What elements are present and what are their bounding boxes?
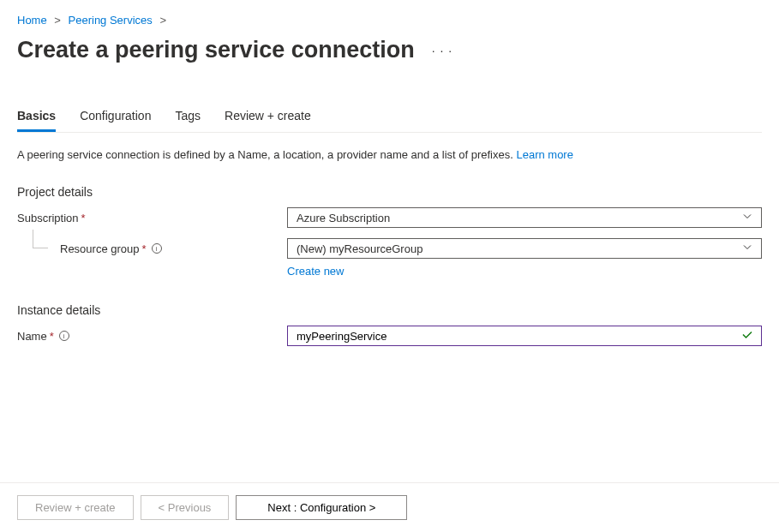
check-icon bbox=[741, 329, 753, 344]
create-new-row: Create new bbox=[287, 265, 762, 278]
tab-tags[interactable]: Tags bbox=[175, 102, 201, 132]
create-new-link[interactable]: Create new bbox=[287, 265, 344, 278]
info-icon[interactable]: i bbox=[59, 331, 69, 341]
breadcrumb-home[interactable]: Home bbox=[17, 14, 47, 27]
required-indicator: * bbox=[142, 242, 147, 255]
page-title: Create a peering service connection bbox=[17, 37, 415, 63]
resource-group-select[interactable]: (New) myResourceGroup bbox=[287, 238, 762, 259]
row-name: Name * i bbox=[17, 326, 762, 346]
required-indicator: * bbox=[81, 212, 86, 224]
chevron-right-icon: > bbox=[159, 14, 166, 27]
learn-more-link[interactable]: Learn more bbox=[516, 148, 572, 161]
label-subscription-text: Subscription bbox=[17, 212, 79, 224]
title-row: Create a peering service connection · · … bbox=[17, 37, 762, 63]
label-subscription: Subscription * bbox=[17, 212, 287, 224]
tabs: Basics Configuration Tags Review + creat… bbox=[17, 102, 762, 133]
tab-review[interactable]: Review + create bbox=[225, 102, 311, 132]
label-name-text: Name bbox=[17, 330, 47, 343]
required-indicator: * bbox=[50, 330, 54, 343]
name-input[interactable] bbox=[287, 326, 762, 346]
resource-group-value: (New) myResourceGroup bbox=[297, 242, 422, 255]
row-subscription: Subscription * Azure Subscription bbox=[17, 207, 762, 228]
description-text: A peering service connection is defined … bbox=[17, 148, 516, 161]
label-name: Name * i bbox=[17, 330, 287, 343]
tab-configuration[interactable]: Configuration bbox=[80, 102, 151, 132]
description: A peering service connection is defined … bbox=[17, 148, 762, 161]
subscription-value: Azure Subscription bbox=[297, 212, 390, 224]
chevron-down-icon bbox=[742, 212, 752, 224]
chevron-down-icon bbox=[742, 242, 752, 255]
section-project-details: Project details bbox=[17, 185, 762, 199]
info-icon[interactable]: i bbox=[152, 243, 162, 254]
breadcrumb: Home > Peering Services > bbox=[17, 14, 762, 27]
row-resource-group: Resource group * i (New) myResourceGroup bbox=[17, 238, 762, 259]
label-resource-group-text: Resource group bbox=[60, 242, 140, 255]
subscription-select[interactable]: Azure Subscription bbox=[287, 207, 762, 228]
indent-line bbox=[33, 230, 48, 248]
more-menu-icon[interactable]: · · · bbox=[432, 44, 452, 57]
tab-basics[interactable]: Basics bbox=[17, 102, 56, 132]
label-resource-group: Resource group * i bbox=[17, 242, 287, 255]
chevron-right-icon: > bbox=[54, 14, 61, 27]
breadcrumb-peering[interactable]: Peering Services bbox=[69, 14, 153, 27]
section-instance-details: Instance details bbox=[17, 303, 762, 317]
